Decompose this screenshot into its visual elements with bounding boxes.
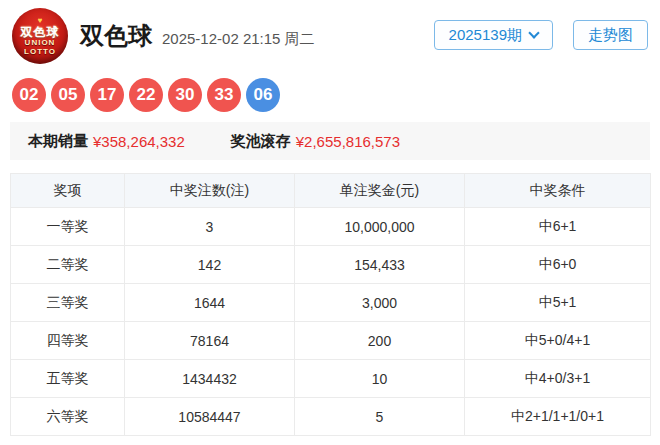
table-cell-condition: 中6+1 bbox=[465, 208, 651, 246]
table-cell-winners: 1434432 bbox=[125, 360, 295, 398]
logo-union-text: UNION bbox=[25, 39, 56, 47]
table-cell-tier: 三等奖 bbox=[11, 284, 125, 322]
table-cell-condition: 中5+1 bbox=[465, 284, 651, 322]
table-cell-tier: 五等奖 bbox=[11, 360, 125, 398]
draw-datetime: 2025-12-02 21:15 周二 bbox=[162, 30, 315, 49]
red-ball: 30 bbox=[168, 78, 202, 112]
table-cell-winners: 142 bbox=[125, 246, 295, 284]
heart-emblem-icon: ♥ bbox=[38, 17, 43, 25]
table-cell-prize: 154,433 bbox=[295, 246, 465, 284]
table-cell-tier: 四等奖 bbox=[11, 322, 125, 360]
table-cell-tier: 一等奖 bbox=[11, 208, 125, 246]
logo-lotto-text: LOTTO bbox=[24, 48, 56, 56]
table-cell-tier: 六等奖 bbox=[11, 398, 125, 436]
sales-label: 本期销量 bbox=[28, 132, 88, 151]
table-header-cell: 中奖注数(注) bbox=[125, 174, 295, 208]
table-cell-condition: 中4+0/3+1 bbox=[465, 360, 651, 398]
table-cell-prize: 200 bbox=[295, 322, 465, 360]
table-row: 五等奖143443210中4+0/3+1 bbox=[11, 360, 651, 398]
table-header-cell: 奖项 bbox=[11, 174, 125, 208]
prize-table-head: 奖项中奖注数(注)单注奖金(元)中奖条件 bbox=[11, 174, 651, 208]
table-cell-prize: 5 bbox=[295, 398, 465, 436]
issue-dropdown-label: 2025139期 bbox=[449, 26, 522, 45]
table-cell-winners: 10584447 bbox=[125, 398, 295, 436]
red-ball: 02 bbox=[12, 78, 46, 112]
header-actions: 2025139期 走势图 bbox=[434, 20, 648, 50]
table-header-cell: 中奖条件 bbox=[465, 174, 651, 208]
table-row: 一等奖310,000,000中6+1 bbox=[11, 208, 651, 246]
red-ball: 22 bbox=[129, 78, 163, 112]
trend-chart-button[interactable]: 走势图 bbox=[573, 20, 648, 50]
page-title: 双色球 bbox=[80, 20, 152, 52]
table-cell-condition: 中5+0/4+1 bbox=[465, 322, 651, 360]
table-header-cell: 单注奖金(元) bbox=[295, 174, 465, 208]
trend-chart-button-label: 走势图 bbox=[588, 26, 633, 45]
table-cell-prize: 10 bbox=[295, 360, 465, 398]
summary-bar: 本期销量 ¥358,264,332 奖池滚存 ¥2,655,816,573 bbox=[10, 122, 650, 160]
issue-dropdown[interactable]: 2025139期 bbox=[434, 20, 553, 50]
red-ball: 05 bbox=[51, 78, 85, 112]
table-cell-condition: 中6+0 bbox=[465, 246, 651, 284]
table-cell-winners: 1644 bbox=[125, 284, 295, 322]
table-cell-tier: 二等奖 bbox=[11, 246, 125, 284]
table-cell-prize: 3,000 bbox=[295, 284, 465, 322]
pool-value: ¥2,655,816,573 bbox=[296, 133, 400, 150]
sales-value: ¥358,264,332 bbox=[93, 133, 185, 150]
table-cell-winners: 78164 bbox=[125, 322, 295, 360]
winning-balls-row: 02051722303306 bbox=[12, 78, 285, 112]
table-cell-prize: 10,000,000 bbox=[295, 208, 465, 246]
lottery-result-panel: ♥ 双色球 UNION LOTTO 双色球 2025-12-02 21:15 周… bbox=[0, 0, 660, 445]
table-cell-condition: 中2+1/1+1/0+1 bbox=[465, 398, 651, 436]
red-ball: 33 bbox=[207, 78, 241, 112]
table-row: 二等奖142154,433中6+0 bbox=[11, 246, 651, 284]
table-row: 六等奖105844475中2+1/1+1/0+1 bbox=[11, 398, 651, 436]
title-block: 双色球 2025-12-02 21:15 周二 bbox=[80, 20, 315, 52]
table-cell-winners: 3 bbox=[125, 208, 295, 246]
table-row: 四等奖78164200中5+0/4+1 bbox=[11, 322, 651, 360]
table-row: 三等奖16443,000中5+1 bbox=[11, 284, 651, 322]
chevron-down-icon bbox=[528, 27, 539, 38]
union-lotto-logo: ♥ 双色球 UNION LOTTO bbox=[12, 8, 68, 64]
red-ball: 17 bbox=[90, 78, 124, 112]
header: ♥ 双色球 UNION LOTTO 双色球 2025-12-02 21:15 周… bbox=[12, 8, 315, 64]
prize-table-header-row: 奖项中奖注数(注)单注奖金(元)中奖条件 bbox=[11, 174, 651, 208]
blue-ball: 06 bbox=[246, 78, 280, 112]
prize-table: 奖项中奖注数(注)单注奖金(元)中奖条件 一等奖310,000,000中6+1二… bbox=[10, 173, 651, 436]
pool-label: 奖池滚存 bbox=[231, 132, 291, 151]
logo-cn-text: 双色球 bbox=[21, 26, 60, 38]
prize-table-body: 一等奖310,000,000中6+1二等奖142154,433中6+0三等奖16… bbox=[11, 208, 651, 436]
